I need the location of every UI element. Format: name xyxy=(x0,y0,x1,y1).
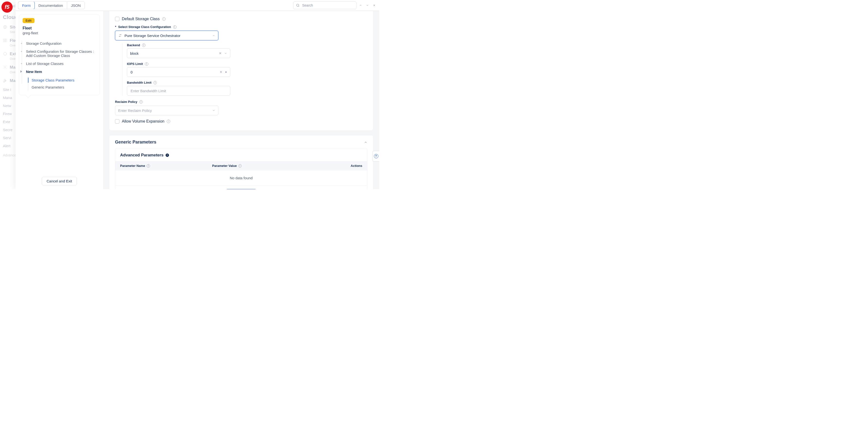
params-table-header: Parameter Namei Parameter Valuei Actions xyxy=(115,161,367,171)
select-placeholder: Enter Reclaim Policy xyxy=(118,109,210,113)
search-icon xyxy=(296,3,300,7)
iops-input-field[interactable] xyxy=(130,70,217,74)
edit-badge: Edit xyxy=(23,18,34,23)
next-result-button[interactable] xyxy=(365,3,370,8)
edit-modal: Form Documentation JSON Edit Fleet xyxy=(16,0,379,189)
info-icon[interactable]: i xyxy=(165,153,169,157)
pso-subfields: Backendi block ✕ IOP xyxy=(122,43,367,96)
info-icon[interactable]: i xyxy=(238,164,242,167)
outline-leaf-storage-class-params[interactable]: Storage Class Parameters xyxy=(28,76,96,84)
label: Allow Volume Expansion xyxy=(122,119,164,124)
outline-tree: Storage Configuration Select Configurati… xyxy=(23,39,96,91)
chevron-up-icon xyxy=(364,141,367,144)
col-parameter-name: Parameter Name xyxy=(120,164,145,167)
search-input[interactable] xyxy=(302,3,354,7)
chevron-down-icon xyxy=(212,109,215,112)
outline-node[interactable]: Select Configuration for Storage Classes… xyxy=(23,48,96,60)
chevron-down-icon xyxy=(224,52,227,55)
table-empty-state: No data found xyxy=(115,171,367,185)
label-select-sc-config: Select Storage Class Configurationi xyxy=(115,25,367,29)
card-storage-class-params: Default Storage Class i Select Storage C… xyxy=(109,11,373,131)
info-icon[interactable]: i xyxy=(142,43,145,47)
select-value: Pure Storage Service Orchestrator xyxy=(124,34,210,38)
label-reclaim: Reclaim Policyi xyxy=(115,100,367,104)
clear-backend[interactable]: ✕ xyxy=(219,51,222,55)
modal-header: Form Documentation JSON xyxy=(16,0,379,11)
swap-icon xyxy=(118,34,122,37)
advanced-parameters-title: Advanced Parameters xyxy=(120,153,164,158)
chevron-down-icon xyxy=(212,34,215,37)
object-kind: Fleet xyxy=(23,26,96,30)
select-storage-class-config[interactable]: Pure Storage Service Orchestrator xyxy=(115,31,218,40)
checkbox-allow-expansion[interactable] xyxy=(115,119,119,124)
search-box[interactable] xyxy=(293,1,356,9)
tab-documentation[interactable]: Documentation xyxy=(34,2,67,9)
outline-node[interactable]: Storage Configuration xyxy=(23,39,96,48)
select-value: block xyxy=(130,51,216,56)
info-icon[interactable]: i xyxy=(139,100,143,104)
help-button[interactable]: ? xyxy=(372,151,379,161)
col-parameter-value: Parameter Value xyxy=(212,164,237,167)
tab-json[interactable]: JSON xyxy=(67,2,85,9)
label: Default Storage Class xyxy=(122,17,160,21)
chevron-down-icon xyxy=(366,4,369,7)
input-iops-limit[interactable]: ✕ ▲▼ xyxy=(127,67,230,77)
info-icon[interactable]: i xyxy=(167,120,170,123)
collapse-section[interactable] xyxy=(364,141,367,144)
chevron-up-icon xyxy=(359,4,362,7)
cancel-button[interactable]: Cancel and Exit xyxy=(42,177,76,185)
form-panel: Default Storage Class i Select Storage C… xyxy=(103,11,379,189)
close-search-button[interactable] xyxy=(372,3,377,8)
info-icon[interactable]: i xyxy=(147,164,150,167)
info-icon[interactable]: i xyxy=(173,25,177,29)
select-reclaim-policy[interactable]: Enter Reclaim Policy xyxy=(115,105,218,115)
field-default-storage-class: Default Storage Class i xyxy=(115,17,367,21)
outline-node-active[interactable]: New Item xyxy=(23,68,96,75)
label-bandwidth: Bandwidth Limiti xyxy=(127,81,367,84)
svg-point-7 xyxy=(297,4,299,6)
add-item-button[interactable]: + Add Item xyxy=(225,189,257,189)
col-actions: Actions xyxy=(351,164,362,167)
outline-leaf-generic-params[interactable]: Generic Parameters xyxy=(28,84,96,91)
prev-result-button[interactable] xyxy=(358,3,363,8)
card-generic-parameters: Generic Parameters Advanced Parametersi … xyxy=(109,135,373,189)
tab-form[interactable]: Form xyxy=(18,1,35,9)
info-icon[interactable]: i xyxy=(153,81,157,84)
help-icon: ? xyxy=(374,154,378,158)
outline-panel: Edit Fleet greg-fleet Storage Configurat… xyxy=(16,11,103,189)
label-iops: IOPS Limiti xyxy=(127,62,367,66)
outline-node[interactable]: List of Storage Classes xyxy=(23,60,96,68)
bandwidth-input-field[interactable] xyxy=(130,89,227,93)
object-name: greg-fleet xyxy=(23,31,96,35)
clear-iops[interactable]: ✕ xyxy=(220,70,222,74)
input-bandwidth-limit[interactable] xyxy=(127,86,230,96)
brand-logo: f5 xyxy=(1,1,13,13)
field-allow-expansion: Allow Volume Expansion i xyxy=(115,119,367,124)
info-icon[interactable]: i xyxy=(162,17,165,21)
checkbox-default-sc[interactable] xyxy=(115,17,119,21)
view-tabs: Form Documentation JSON xyxy=(18,1,85,9)
select-backend[interactable]: block ✕ xyxy=(127,49,230,58)
section-title: Generic Parameters xyxy=(115,140,156,145)
info-icon[interactable]: i xyxy=(145,62,148,66)
label-backend: Backendi xyxy=(127,43,367,47)
close-icon xyxy=(373,4,376,7)
